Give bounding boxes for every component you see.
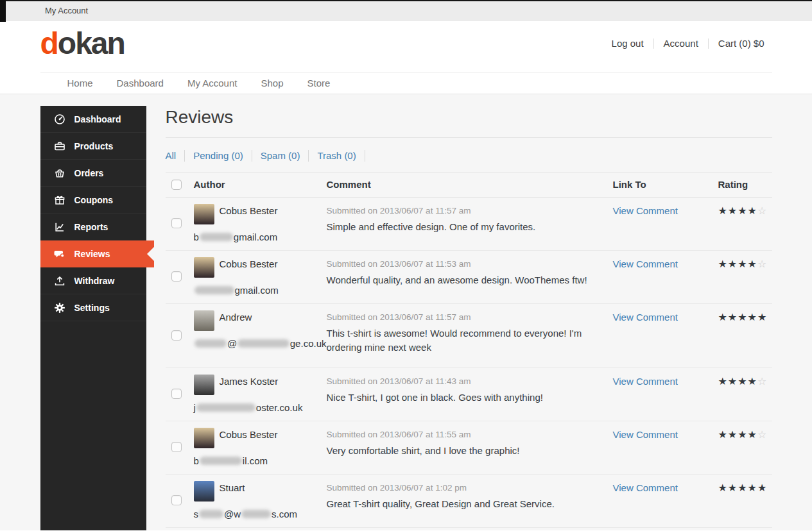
author-cell: Cobus Bester gmail.com xyxy=(194,257,327,296)
nav-item-shop[interactable]: Shop xyxy=(261,78,283,88)
table-row: Cobus Bester bgmail.com Submitted on 201… xyxy=(166,198,772,251)
sidebar-item-label: Products xyxy=(74,141,114,151)
comment-text: Nice T-shirt, I got one in black. Goes w… xyxy=(327,391,601,405)
author-cell: James Koster joster.co.uk xyxy=(194,375,327,413)
nav-item-dashboard[interactable]: Dashboard xyxy=(117,78,164,88)
author-name: Cobus Bester xyxy=(220,204,278,224)
submitted-date: Submitted on 2013/06/07 at 11:57 am xyxy=(327,310,601,322)
table-row: Cobus Bester bil.com Submitted on 2013/0… xyxy=(166,421,772,475)
comment-cell: Submitted on 2013/06/07 at 11:53 am Wond… xyxy=(327,257,613,296)
avatar xyxy=(194,204,214,224)
table-row: Maria Submitted on 2013/06/07 at 3:56 pm… xyxy=(166,528,772,530)
row-checkbox[interactable] xyxy=(171,495,182,505)
submitted-date: Submitted on 2013/06/07 at 11:43 am xyxy=(327,375,601,386)
filter-trash[interactable]: Trash (0) xyxy=(317,150,356,161)
logo-letter-d: d xyxy=(40,26,58,60)
submitted-date: Submitted on 2013/06/07 at 11:53 am xyxy=(327,257,601,269)
submitted-date: Submitted on 2013/06/07 at 11:55 am xyxy=(327,428,601,439)
author-email: bil.com xyxy=(194,455,327,466)
comment-cell: Submitted on 2013/06/07 at 11:55 am Very… xyxy=(327,428,613,466)
admin-bar-edge xyxy=(0,0,6,22)
view-comment-link[interactable]: View Comment xyxy=(613,429,678,440)
author-name: Cobus Bester xyxy=(220,428,278,448)
star-rating: ★★★★☆ xyxy=(718,428,772,466)
avatar xyxy=(194,481,214,501)
sidebar-item-label: Reviews xyxy=(74,249,110,259)
cart-link[interactable]: Cart (0) $0 xyxy=(718,38,764,49)
nav-item-my-account[interactable]: My Account xyxy=(187,78,238,88)
dashboard-sidebar: Dashboard Products Orders Coupons xyxy=(40,106,146,530)
table-row: Andrew @ge.co.uk Submitted on 2013/06/07… xyxy=(166,304,772,368)
sidebar-item-label: Settings xyxy=(74,303,110,313)
admin-bar: My Account xyxy=(0,0,812,21)
row-checkbox[interactable] xyxy=(171,218,182,228)
page-body: Dashboard Products Orders Coupons xyxy=(0,94,812,530)
upload-icon xyxy=(54,274,66,287)
avatar xyxy=(194,257,214,278)
sidebar-item-label: Dashboard xyxy=(74,114,121,124)
sidebar-item-settings[interactable]: Settings xyxy=(40,294,146,321)
select-all-checkbox[interactable] xyxy=(171,180,182,190)
comment-cell: Submitted on 2013/06/07 at 11:43 am Nice… xyxy=(327,375,613,413)
author-name: James Koster xyxy=(220,375,279,395)
gear-icon xyxy=(54,301,66,314)
view-comment-link[interactable]: View Comment xyxy=(613,376,678,387)
review-status-filters: All Pending (0) Spam (0) Trash (0) xyxy=(166,150,772,173)
sidebar-item-label: Withdraw xyxy=(74,276,115,286)
sidebar-item-coupons[interactable]: Coupons xyxy=(40,187,146,214)
comment-text: Very comfortable shirt, and I love the g… xyxy=(327,444,601,458)
sidebar-item-reports[interactable]: Reports xyxy=(40,214,146,240)
sidebar-item-withdraw[interactable]: Withdraw xyxy=(40,267,146,294)
column-comment: Comment xyxy=(327,179,613,190)
sidebar-item-dashboard[interactable]: Dashboard xyxy=(40,106,146,133)
table-row: Stuart s@ws.com Submitted on 2013/06/07 … xyxy=(166,475,772,528)
logout-link[interactable]: Log out xyxy=(612,38,644,49)
filter-all[interactable]: All xyxy=(166,150,177,161)
comment-cell: Submitted on 2013/06/07 at 11:57 am Simp… xyxy=(327,204,613,242)
column-rating: Rating xyxy=(718,179,772,190)
view-comment-link[interactable]: View Comment xyxy=(613,205,678,216)
account-link[interactable]: Account xyxy=(664,38,698,49)
filter-spam[interactable]: Spam (0) xyxy=(261,150,300,161)
row-checkbox[interactable] xyxy=(171,389,182,399)
star-rating: ★★★★☆ xyxy=(718,257,772,296)
sidebar-item-orders[interactable]: Orders xyxy=(40,160,146,187)
table-header-row: Author Comment Link To Rating xyxy=(166,173,772,198)
comment-text: Simple and effective design. One of my f… xyxy=(327,220,601,234)
view-comment-link[interactable]: View Comment xyxy=(613,312,678,323)
row-checkbox[interactable] xyxy=(171,442,182,452)
account-links: Log out Account Cart (0) $0 xyxy=(602,38,764,49)
author-email: joster.co.uk xyxy=(194,402,327,413)
admin-bar-my-account-link[interactable]: My Account xyxy=(45,6,88,15)
gift-icon xyxy=(54,194,66,206)
author-name: Stuart xyxy=(220,481,245,501)
submitted-date: Submitted on 2013/06/07 at 11:57 am xyxy=(327,204,601,215)
title-divider xyxy=(166,137,772,138)
page-title: Reviews xyxy=(166,107,772,128)
view-comment-link[interactable]: View Comment xyxy=(613,258,678,269)
reviews-table: Author Comment Link To Rating Cobus Best… xyxy=(166,173,772,530)
sidebar-item-products[interactable]: Products xyxy=(40,133,146,160)
logo-rest: okan xyxy=(58,26,125,60)
briefcase-icon xyxy=(54,140,66,152)
basket-icon xyxy=(54,167,66,179)
table-row: James Koster joster.co.uk Submitted on 2… xyxy=(166,368,772,421)
site-header: dokan Log out Account Cart (0) $0 Home D… xyxy=(0,21,812,94)
author-email: @ge.co.uk xyxy=(194,338,327,349)
row-checkbox[interactable] xyxy=(171,330,182,341)
author-email: gmail.com xyxy=(194,285,327,296)
reviews-content: Reviews All Pending (0) Spam (0) Trash (… xyxy=(146,106,772,530)
row-checkbox[interactable] xyxy=(171,271,182,282)
view-comment-link[interactable]: View Comment xyxy=(613,482,678,493)
author-email: s@ws.com xyxy=(194,509,327,519)
comments-icon xyxy=(54,248,66,260)
author-cell: Andrew @ge.co.uk xyxy=(194,310,327,360)
comment-cell: Submitted on 2013/06/07 at 11:57 am This… xyxy=(327,310,613,360)
sidebar-item-reviews[interactable]: Reviews xyxy=(40,240,154,267)
filter-pending[interactable]: Pending (0) xyxy=(193,150,243,161)
dokan-logo[interactable]: dokan xyxy=(40,28,125,59)
nav-item-store[interactable]: Store xyxy=(307,78,331,88)
author-email: bgmail.com xyxy=(194,232,327,242)
nav-item-home[interactable]: Home xyxy=(67,78,93,88)
comment-text: Great T-shirt quality, Great Design and … xyxy=(327,497,601,511)
